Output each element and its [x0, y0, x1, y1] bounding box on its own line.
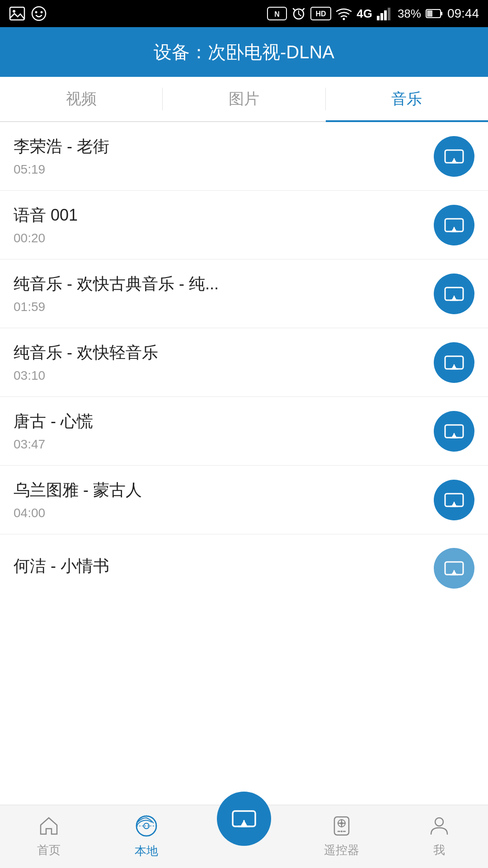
svg-point-59 [341, 830, 343, 832]
nav-label-me: 我 [433, 842, 445, 858]
cast-icon [442, 213, 466, 237]
music-info: 李荣浩 - 老街 05:19 [14, 136, 434, 177]
svg-text:HD: HD [316, 10, 326, 18]
list-item[interactable]: 乌兰图雅 - 蒙古人 04:00 [0, 466, 488, 534]
nav-item-home[interactable]: 首页 [0, 805, 98, 868]
wifi-icon [336, 7, 352, 20]
svg-rect-0 [10, 7, 24, 20]
cast-icon [442, 282, 466, 306]
svg-point-4 [41, 11, 43, 14]
list-item[interactable]: 纯音乐 - 欢快轻音乐 03:10 [0, 328, 488, 397]
cast-button[interactable] [434, 480, 474, 520]
music-duration: 04:00 [14, 506, 434, 520]
tab-music[interactable]: 音乐 [326, 77, 488, 121]
tab-video[interactable]: 视频 [0, 77, 162, 121]
svg-line-10 [293, 9, 295, 10]
signal-icon [377, 7, 393, 20]
music-duration: 03:47 [14, 437, 434, 452]
music-info: 何洁 - 小情书 [14, 555, 434, 582]
music-title: 纯音乐 - 欢快古典音乐 - 纯... [14, 273, 434, 295]
music-duration: 03:10 [14, 368, 434, 383]
home-icon [38, 815, 60, 837]
cast-button[interactable] [434, 411, 474, 452]
film-icon [135, 814, 158, 838]
cast-button[interactable] [434, 342, 474, 383]
center-cast-icon [228, 803, 260, 835]
remote-icon [331, 815, 352, 837]
page-title: 设备：次卧电视-DLNA [154, 40, 334, 65]
svg-line-11 [303, 9, 304, 10]
status-bar: N HD 4G 38% [0, 0, 488, 27]
music-title: 语音 001 [14, 204, 434, 226]
nav-item-remote[interactable]: 遥控器 [293, 805, 390, 868]
music-info: 唐古 - 心慌 03:47 [14, 410, 434, 452]
face-icon [31, 5, 47, 22]
svg-point-1 [13, 10, 15, 13]
bottom-nav: 首页 本地 [0, 805, 488, 868]
music-list: 李荣浩 - 老街 05:19 语音 001 00:20 [0, 122, 488, 602]
svg-point-3 [35, 11, 38, 14]
tab-photo[interactable]: 图片 [163, 77, 325, 121]
network-label: 4G [357, 7, 372, 21]
nav-label-home: 首页 [37, 842, 61, 858]
music-info: 语音 001 00:20 [14, 204, 434, 245]
cast-button[interactable] [434, 136, 474, 177]
cast-button[interactable] [434, 205, 474, 245]
status-bar-left [9, 5, 47, 22]
music-title: 唐古 - 心慌 [14, 410, 434, 433]
time-display: 09:44 [447, 6, 479, 21]
list-item[interactable]: 李荣浩 - 老街 05:19 [0, 122, 488, 191]
music-duration: 00:20 [14, 231, 434, 245]
svg-point-61 [435, 818, 443, 826]
list-item[interactable]: 语音 001 00:20 [0, 191, 488, 259]
cast-icon [442, 488, 466, 512]
music-duration: 01:59 [14, 300, 434, 314]
svg-point-56 [340, 822, 343, 825]
nav-item-local[interactable]: 本地 [98, 805, 195, 868]
music-title: 何洁 - 小情书 [14, 555, 434, 577]
music-title: 纯音乐 - 欢快轻音乐 [14, 342, 434, 364]
cast-button[interactable] [434, 274, 474, 314]
list-item[interactable]: 纯音乐 - 欢快古典音乐 - 纯... 01:59 [0, 259, 488, 328]
nav-item-me[interactable]: 我 [390, 805, 488, 868]
nav-item-cast[interactable] [195, 805, 293, 868]
svg-rect-20 [441, 12, 442, 15]
svg-text:N: N [274, 10, 280, 18]
tab-bar: 视频 图片 音乐 [0, 77, 488, 122]
music-info: 纯音乐 - 欢快古典音乐 - 纯... 01:59 [14, 273, 434, 314]
nav-label-remote: 遥控器 [324, 842, 359, 858]
music-duration: 05:19 [14, 162, 434, 177]
battery-percentage: 38% [398, 7, 421, 21]
header: 设备：次卧电视-DLNA [0, 27, 488, 77]
cast-icon [442, 420, 466, 443]
person-icon [428, 815, 450, 837]
svg-rect-16 [380, 13, 383, 20]
gallery-icon [9, 5, 25, 22]
nfc-icon: N [267, 7, 287, 20]
music-info: 纯音乐 - 欢快轻音乐 03:10 [14, 342, 434, 383]
cast-button[interactable] [434, 548, 474, 589]
svg-rect-15 [377, 16, 380, 20]
center-cast-button[interactable] [217, 792, 271, 846]
svg-rect-21 [427, 10, 432, 17]
battery-icon [426, 9, 443, 19]
music-title: 李荣浩 - 老街 [14, 136, 434, 158]
svg-rect-17 [384, 10, 387, 20]
cast-icon [442, 557, 466, 580]
list-item[interactable]: 唐古 - 心慌 03:47 [0, 397, 488, 466]
svg-point-2 [32, 7, 46, 20]
music-info: 乌兰图雅 - 蒙古人 04:00 [14, 479, 434, 520]
nav-label-local: 本地 [135, 843, 158, 859]
svg-point-14 [343, 18, 345, 20]
hd-icon: HD [310, 7, 331, 20]
music-title: 乌兰图雅 - 蒙古人 [14, 479, 434, 501]
alarm-icon [291, 6, 306, 21]
status-bar-right: N HD 4G 38% [267, 6, 479, 21]
svg-rect-18 [388, 8, 390, 20]
cast-icon [442, 145, 466, 168]
list-item[interactable]: 何洁 - 小情书 [0, 534, 488, 602]
cast-icon [442, 351, 466, 374]
svg-line-9 [299, 14, 301, 16]
